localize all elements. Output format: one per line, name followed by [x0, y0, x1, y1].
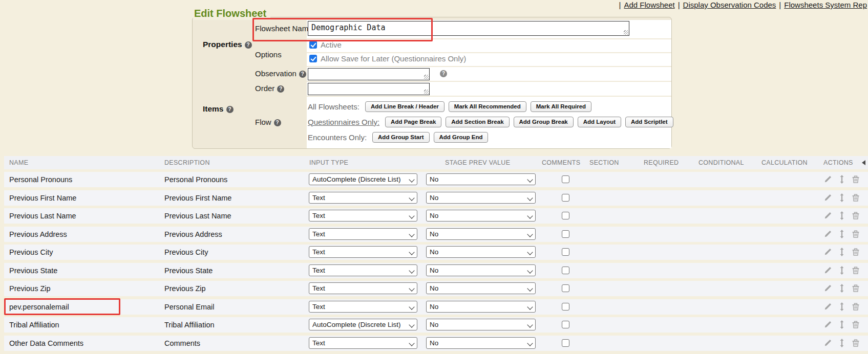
order-input[interactable]	[308, 83, 430, 95]
chevron-down-icon	[526, 265, 535, 276]
input-type-select[interactable]: AutoComplete (Discrete List)	[309, 319, 417, 330]
input-type-select[interactable]: Text	[309, 210, 417, 222]
input-type-select[interactable]: Text	[309, 337, 417, 349]
flow-button[interactable]: Mark All Recommended	[449, 101, 526, 112]
top-nav-link[interactable]: Add Flowsheet	[624, 1, 674, 9]
comments-checkbox[interactable]	[562, 230, 569, 238]
move-updown-icon[interactable]	[839, 284, 845, 293]
comments-checkbox[interactable]	[562, 284, 569, 292]
edit-pencil-icon[interactable]	[823, 175, 832, 184]
move-updown-icon[interactable]	[839, 175, 845, 184]
edit-pencil-icon[interactable]	[823, 339, 832, 347]
flow-button-row: Questionnaires Only: Add Page BreakAdd S…	[308, 116, 673, 127]
items-help-icon[interactable]: ?	[226, 106, 234, 113]
observation-input[interactable]	[308, 68, 430, 80]
delete-trash-icon[interactable]	[852, 248, 860, 256]
delete-trash-icon[interactable]	[852, 230, 860, 238]
flow-help-icon[interactable]: ?	[274, 119, 281, 126]
comments-checkbox[interactable]	[562, 212, 569, 219]
input-type-select[interactable]: AutoComplete (Discrete List)	[309, 173, 417, 185]
edit-pencil-icon[interactable]	[823, 266, 832, 275]
comments-checkbox[interactable]	[562, 321, 569, 328]
row-name: Personal Pronouns	[9, 175, 72, 184]
move-updown-icon[interactable]	[839, 302, 845, 311]
chevron-down-icon	[526, 174, 535, 185]
move-updown-icon[interactable]	[839, 193, 845, 202]
comments-checkbox[interactable]	[562, 303, 569, 311]
comments-checkbox[interactable]	[562, 267, 569, 274]
flow-button[interactable]: Add Page Break	[385, 117, 441, 127]
flowsheet-name-input[interactable]: Demographic Data	[308, 21, 629, 36]
move-updown-icon[interactable]	[839, 248, 845, 256]
delete-trash-icon[interactable]	[852, 211, 860, 220]
resize-grip-icon[interactable]	[424, 75, 429, 79]
input-type-select[interactable]: Text	[309, 264, 417, 276]
stage-prev-value-select[interactable]: No	[426, 228, 536, 240]
input-type-select[interactable]: Text	[309, 282, 417, 294]
input-type-select[interactable]: Text	[309, 246, 417, 258]
top-nav-link[interactable]: Display Observation Codes	[683, 1, 776, 9]
top-nav-link[interactable]: Flowsheets System Rep	[784, 1, 867, 9]
row-description: Comments	[164, 339, 200, 347]
edit-pencil-icon[interactable]	[823, 230, 832, 238]
flow-button[interactable]: Add Layout	[578, 117, 621, 127]
delete-trash-icon[interactable]	[852, 193, 860, 202]
chevron-down-icon	[526, 192, 535, 203]
flow-button[interactable]: Add Group Start	[372, 132, 429, 143]
stage-prev-value-select[interactable]: No	[426, 282, 536, 294]
order-help-icon[interactable]: ?	[277, 85, 284, 93]
move-updown-icon[interactable]	[839, 320, 845, 329]
stage-prev-value-select[interactable]: No	[426, 264, 536, 276]
comments-checkbox[interactable]	[562, 175, 569, 183]
move-updown-icon[interactable]	[839, 339, 845, 347]
items-group-label: Items?	[203, 104, 234, 114]
stage-prev-value-select[interactable]: No	[426, 319, 536, 330]
stage-prev-value-select[interactable]: No	[426, 301, 536, 313]
nav-separator: |	[779, 1, 781, 9]
flow-button[interactable]: Add Line Break / Header	[365, 101, 444, 112]
delete-trash-icon[interactable]	[852, 302, 860, 311]
move-updown-icon[interactable]	[839, 211, 845, 220]
flow-button[interactable]: Mark All Required	[531, 101, 591, 112]
flow-button[interactable]: Add Section Break	[446, 117, 509, 127]
resize-grip-icon[interactable]	[424, 90, 429, 94]
flow-button[interactable]: Add Group Break	[514, 117, 574, 127]
edit-pencil-icon[interactable]	[823, 320, 832, 329]
edit-pencil-icon[interactable]	[823, 211, 832, 220]
delete-trash-icon[interactable]	[852, 320, 860, 329]
resize-grip-icon[interactable]	[624, 30, 628, 35]
comments-checkbox[interactable]	[562, 194, 569, 202]
comments-checkbox[interactable]	[562, 248, 569, 256]
stage-prev-value-select[interactable]: No	[426, 210, 536, 222]
options-label: Options	[255, 50, 282, 59]
properties-help-icon[interactable]: ?	[245, 41, 252, 49]
column-header: COMMENTS	[542, 159, 580, 166]
observation-field-help-icon[interactable]: ?	[440, 70, 447, 77]
observation-help-icon[interactable]: ?	[299, 71, 306, 78]
edit-pencil-icon[interactable]	[823, 193, 832, 202]
input-type-select[interactable]: Text	[309, 192, 417, 204]
delete-trash-icon[interactable]	[852, 284, 860, 293]
comments-checkbox[interactable]	[562, 339, 569, 347]
move-updown-icon[interactable]	[839, 266, 845, 275]
input-type-select[interactable]: Text	[309, 301, 417, 313]
stage-prev-value-select[interactable]: No	[426, 246, 536, 258]
allow-save-checkbox[interactable]	[309, 55, 317, 62]
stage-prev-value-select[interactable]: No	[426, 192, 536, 204]
stage-prev-value-select[interactable]: No	[426, 173, 536, 185]
active-checkbox[interactable]	[309, 41, 317, 49]
move-updown-icon[interactable]	[839, 230, 845, 238]
chevron-down-icon	[526, 210, 535, 221]
delete-trash-icon[interactable]	[852, 339, 860, 347]
collapse-left-arrow-icon[interactable]	[862, 160, 865, 165]
stage-prev-value-select[interactable]: No	[426, 337, 536, 349]
flow-button[interactable]: Add Scriptlet	[625, 117, 673, 127]
edit-pencil-icon[interactable]	[823, 284, 832, 293]
edit-pencil-icon[interactable]	[823, 248, 832, 256]
flow-button[interactable]: Add Group End	[434, 132, 489, 143]
delete-trash-icon[interactable]	[852, 175, 860, 184]
edit-pencil-icon[interactable]	[823, 302, 832, 311]
observation-label: Observation?	[255, 69, 306, 78]
delete-trash-icon[interactable]	[852, 266, 860, 275]
input-type-select[interactable]: Text	[309, 228, 417, 240]
